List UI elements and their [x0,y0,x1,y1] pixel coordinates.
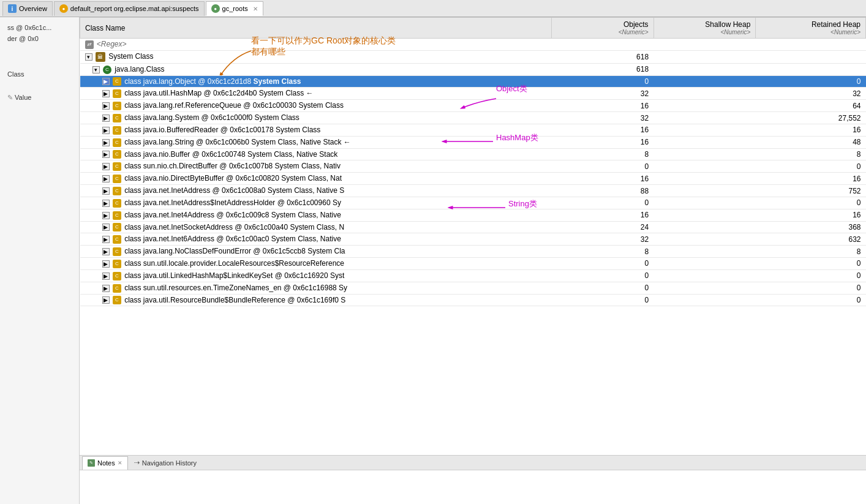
tab-gc-roots[interactable]: ● gc_roots ✕ [206,1,263,16]
row-classname-5[interactable]: ▶ C class java.io.BufferedReader @ 0x6c1… [80,124,552,136]
expand-icon-6[interactable]: ▶ [102,139,110,146]
java-lang-class-row[interactable]: ▾ C java.lang.Class 618 [80,63,866,75]
row-classname-9[interactable]: ▶ C class java.nio.DirectByteBuffer @ 0x… [80,173,552,185]
regex-cell[interactable]: ⇄ <Regex> [80,39,552,51]
sidebar-label-2: der @ 0x0 [7,35,39,42]
system-class-group-row[interactable]: ▾ 🏛 System Class 618 [80,50,866,63]
table-row[interactable]: ▶ C class java.lang.ref.ReferenceQueue @… [80,100,866,112]
row-label-3: class java.lang.ref.ReferenceQueue @ 0x6… [124,101,344,110]
row-shallow-6 [653,136,756,148]
row-label-12: class java.net.Inet4Address @ 0x6c1c009c… [124,211,341,219]
table-row[interactable]: ▶ C class sun.util.locale.provider.Local… [80,258,866,270]
class-icon-5: C [113,126,121,135]
expand-icon-8[interactable]: ▶ [102,163,110,170]
expand-icon-17[interactable]: ▶ [102,273,110,280]
table-row[interactable]: ▶ C class java.net.InetAddress$InetAddre… [80,197,866,209]
regex-filter-row: ⇄ <Regex> [80,39,866,51]
row-classname-11[interactable]: ▶ C class java.net.InetAddress$InetAddre… [80,197,552,209]
table-row[interactable]: ▶ C class java.util.ResourceBundle$Bundl… [80,294,866,306]
retained-header: Retained Heap [761,20,860,29]
row-classname-2[interactable]: ▶ C class java.util.HashMap @ 0x6c1c2d4b… [80,88,552,100]
collapse-icon[interactable]: ▾ [85,53,92,61]
table-row[interactable]: ▶ C class java.lang.String @ 0x6c1c006b0… [80,136,866,148]
col-header-objects[interactable]: Objects <Numeric> [551,18,653,39]
gc-roots-table: Class Name Objects <Numeric> Shallow Hea… [80,17,866,306]
table-row[interactable]: ▶ C class sun.nio.ch.DirectBuffer @ 0x6c… [80,160,866,173]
col-header-retained[interactable]: Retained Heap <Numeric> [756,18,866,39]
sidebar-item-2[interactable]: der @ 0x0 [2,33,77,44]
table-row[interactable]: ▶ C class java.util.LinkedHashMap$Linked… [80,269,866,282]
row-classname-1[interactable]: ▶ C class java.lang.Object @ 0x6c1c2d1d8… [80,75,552,88]
row-objects-19: 0 [551,294,653,306]
expand-icon-9[interactable]: ▶ [102,175,110,182]
row-classname-8[interactable]: ▶ C class sun.nio.ch.DirectBuffer @ 0x6c… [80,160,552,173]
expand-icon-11[interactable]: ▶ [102,200,110,207]
table-row[interactable]: ▶ C class java.net.Inet4Address @ 0x6c1c… [80,209,866,221]
row-classname-17[interactable]: ▶ C class java.util.LinkedHashMap$Linked… [80,269,552,282]
row-retained-14: 632 [756,233,866,246]
sidebar-item-class[interactable]: Class [2,69,77,80]
table-row[interactable]: ▶ C class java.net.Inet6Address @ 0x6c1c… [80,233,866,246]
row-classname-16[interactable]: ▶ C class sun.util.locale.provider.Local… [80,258,552,270]
row-classname-10[interactable]: ▶ C class java.net.InetAddress @ 0x6c1c0… [80,185,552,197]
table-row[interactable]: ▶ C class java.util.HashMap @ 0x6c1c2d4b… [80,88,866,100]
expand-icon-18[interactable]: ▶ [102,285,110,292]
row-retained-8: 0 [756,160,866,173]
table-row[interactable]: ▶ C class java.lang.System @ 0x6c1c000f0… [80,112,866,124]
tab-default-report[interactable]: ● default_report org.eclipse.mat.api:sus… [54,1,205,16]
expand-icon-7[interactable]: ▶ [102,151,110,158]
row-classname-4[interactable]: ▶ C class java.lang.System @ 0x6c1c000f0… [80,112,552,124]
java-lang-class-shallow [653,63,756,75]
table-row[interactable]: ▶ C class java.io.BufferedReader @ 0x6c1… [80,124,866,136]
notes-close-icon[interactable]: ✕ [118,460,122,466]
sidebar-item-1[interactable]: ss @ 0x6c1c... [2,22,77,33]
table-row[interactable]: ▶ C class java.net.InetAddress @ 0x6c1c0… [80,185,866,197]
table-row[interactable]: ▶ C class sun.util.resources.en.TimeZone… [80,282,866,294]
row-objects-11: 0 [551,197,653,209]
expand-icon-12[interactable]: ▶ [102,212,110,219]
row-classname-18[interactable]: ▶ C class sun.util.resources.en.TimeZone… [80,282,552,294]
row-classname-14[interactable]: ▶ C class java.net.Inet6Address @ 0x6c1c… [80,233,552,246]
expand-icon-4[interactable]: ▶ [102,115,110,122]
expand-icon-15[interactable]: ▶ [102,248,110,255]
table-row[interactable]: ▶ C class java.nio.DirectByteBuffer @ 0x… [80,173,866,185]
table-row[interactable]: ▶ C class java.lang.NoClassDefFoundError… [80,246,866,258]
class-icon: C [103,66,111,74]
table-row[interactable]: ▶ C class java.net.InetSocketAddress @ 0… [80,221,866,233]
row-classname-19[interactable]: ▶ C class java.util.ResourceBundle$Bundl… [80,294,552,306]
row-shallow-5 [653,124,756,136]
notes-tab[interactable]: ✎ Notes ✕ [82,456,128,470]
table-container[interactable]: Class Name Objects <Numeric> Shallow Hea… [80,17,866,455]
row-classname-7[interactable]: ▶ C class java.nio.Buffer @ 0x6c1c00748 … [80,148,552,160]
tab-gc-roots-label: gc_roots [222,5,248,12]
expand-icon-16[interactable]: ▶ [102,260,110,268]
tab-close-icon[interactable]: ✕ [253,6,258,12]
col-header-classname[interactable]: Class Name [80,18,552,39]
row-classname-12[interactable]: ▶ C class java.net.Inet4Address @ 0x6c1c… [80,209,552,221]
expand-icon-10[interactable]: ▶ [102,187,110,195]
row-classname-15[interactable]: ▶ C class java.lang.NoClassDefFoundError… [80,246,552,258]
row-shallow-7 [653,148,756,160]
row-classname-3[interactable]: ▶ C class java.lang.ref.ReferenceQueue @… [80,100,552,112]
row-classname-13[interactable]: ▶ C class java.net.InetSocketAddress @ 0… [80,221,552,233]
collapse-icon-2[interactable]: ▾ [92,66,100,73]
sidebar-item-value[interactable]: ✎ Value [2,92,77,103]
system-class-cell[interactable]: ▾ 🏛 System Class [80,50,552,63]
row-retained-2: 32 [756,88,866,100]
row-objects-16: 0 [551,258,653,270]
expand-icon-14[interactable]: ▶ [102,236,110,243]
row-classname-6[interactable]: ▶ C class java.lang.String @ 0x6c1c006b0… [80,136,552,148]
table-row[interactable]: ▶ C class java.nio.Buffer @ 0x6c1c00748 … [80,148,866,160]
expand-icon-2[interactable]: ▶ [102,90,110,97]
row-shallow-16 [653,258,756,270]
expand-icon-19[interactable]: ▶ [102,296,110,304]
expand-icon-3[interactable]: ▶ [102,102,110,110]
expand-icon-13[interactable]: ▶ [102,224,110,231]
expand-icon[interactable]: ▶ [102,78,110,85]
java-lang-class-cell[interactable]: ▾ C java.lang.Class [80,63,552,75]
tab-overview[interactable]: i Overview [2,1,53,16]
expand-icon-5[interactable]: ▶ [102,127,110,134]
col-header-shallow[interactable]: Shallow Heap <Numeric> [653,18,756,39]
table-row[interactable]: ▶ C class java.lang.Object @ 0x6c1c2d1d8… [80,75,866,88]
nav-history-tab[interactable]: ⇢ Navigation History [129,456,201,470]
